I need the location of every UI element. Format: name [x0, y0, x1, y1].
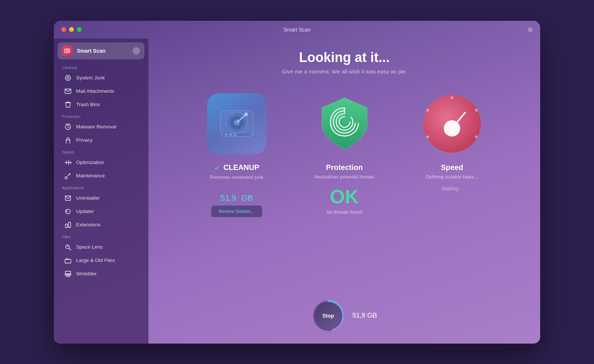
cleanup-card-icon: [207, 93, 267, 154]
optimization-icon: [64, 159, 72, 166]
speed-title-row: Speed: [441, 163, 463, 172]
svg-rect-20: [68, 222, 71, 227]
sidebar-item-smart-scan[interactable]: Smart Scan: [58, 42, 144, 59]
sidebar-item-malware-removal[interactable]: Malware Removal: [56, 120, 146, 134]
sidebar-item-space-lens[interactable]: Space Lens: [56, 240, 146, 254]
stop-button[interactable]: Stop: [315, 302, 342, 329]
section-label-applications: Applications: [54, 183, 148, 191]
svg-point-1: [66, 50, 68, 52]
space-lens-label: Space Lens: [76, 244, 102, 250]
privacy-label: Privacy: [76, 137, 92, 143]
section-label-speed: Speed: [54, 147, 148, 156]
smart-scan-label: Smart Scan: [77, 48, 128, 54]
sidebar-item-uninstaller[interactable]: Uninstaller: [56, 191, 146, 205]
cleanup-card-value: 51,9 GB: [221, 186, 253, 204]
speed-card-icon: [421, 93, 483, 154]
privacy-icon: [64, 137, 72, 144]
cleanup-card-title: CLEANUP: [223, 163, 260, 172]
speed-card-desc: Defining suitable tasks...: [426, 174, 478, 180]
main-subtitle: Give me a moment. We all wish it was eas…: [282, 68, 407, 75]
protection-card: Protection Neutralizes potential threats…: [296, 93, 393, 221]
sidebar-item-extensions[interactable]: Extensions: [56, 218, 146, 232]
svg-rect-23: [65, 259, 71, 263]
titlebar-dot: [528, 27, 533, 32]
updater-icon: [64, 208, 72, 215]
svg-point-35: [244, 112, 248, 116]
content-area: Smart Scan Cleanup System Junk: [54, 39, 540, 344]
sidebar-item-shredder[interactable]: Shredder: [56, 267, 146, 281]
speed-card-title: Speed: [441, 163, 463, 172]
svg-rect-24: [65, 271, 71, 274]
mail-attachments-label: Mail Attachments: [76, 88, 114, 94]
close-button[interactable]: [61, 27, 66, 32]
large-files-icon: [64, 257, 72, 264]
speed-card: Speed Defining suitable tasks... Waiting…: [404, 93, 500, 191]
sidebar: Smart Scan Cleanup System Junk: [54, 39, 148, 344]
protection-card-title: Protection: [326, 163, 363, 172]
cleanup-check-icon: ✓: [214, 163, 221, 172]
sidebar-item-updater[interactable]: Updater: [56, 205, 146, 218]
speed-waiting: Waiting...: [441, 186, 463, 191]
svg-line-22: [69, 248, 71, 250]
svg-rect-19: [65, 224, 68, 227]
minimize-button[interactable]: [69, 27, 74, 32]
window-controls: [61, 27, 82, 32]
malware-icon: [64, 123, 72, 131]
maintenance-label: Maintenance: [76, 173, 105, 178]
svg-rect-38: [229, 134, 232, 136]
uninstaller-label: Uninstaller: [76, 195, 100, 201]
large-old-files-label: Large & Old Files: [76, 258, 115, 263]
svg-point-3: [65, 75, 71, 81]
svg-point-43: [475, 109, 478, 112]
sidebar-item-privacy[interactable]: Privacy: [56, 134, 146, 147]
svg-rect-37: [225, 134, 228, 136]
trash-bins-label: Trash Bins: [76, 102, 100, 107]
smart-scan-badge: [133, 47, 140, 55]
stop-area: Stop 51,9 GB: [311, 299, 377, 332]
cleanup-card: ✓ CLEANUP Removes unneeded junk 51,9 GB …: [189, 93, 285, 217]
smart-scan-icon: [62, 46, 72, 56]
protection-card-desc: Neutralizes potential threats: [314, 174, 374, 180]
svg-point-16: [65, 177, 67, 179]
section-label-protection: Protection: [54, 111, 148, 120]
svg-point-46: [426, 135, 429, 138]
space-lens-icon: [64, 243, 72, 251]
review-details-button[interactable]: Review Details...: [211, 205, 262, 217]
svg-point-45: [426, 109, 429, 112]
updater-label: Updater: [76, 209, 94, 214]
extensions-icon: [64, 221, 72, 229]
maximize-button[interactable]: [77, 27, 82, 32]
trash-icon: [64, 101, 72, 108]
sidebar-item-large-old-files[interactable]: Large & Old Files: [56, 254, 146, 267]
section-label-files: Files: [54, 232, 148, 240]
titlebar: Smart Scan: [54, 21, 540, 39]
system-junk-label: System Junk: [76, 75, 105, 81]
protection-subtext: No threats found: [326, 209, 362, 215]
main-title: Looking at it...: [299, 50, 390, 65]
cards-row: ✓ CLEANUP Removes unneeded junk 51,9 GB …: [189, 93, 500, 221]
section-label-cleanup: Cleanup: [54, 62, 148, 71]
system-junk-icon: [64, 74, 72, 82]
stop-progress-circle: Stop: [311, 299, 345, 332]
maintenance-icon: [64, 172, 72, 180]
cleanup-card-desc: Removes unneeded junk: [210, 174, 264, 180]
sidebar-item-mail-attachments[interactable]: Mail Attachments: [56, 85, 146, 98]
svg-point-44: [475, 135, 478, 138]
main-window: Smart Scan Smart Scan Cleanup: [54, 21, 540, 344]
shredder-icon: [64, 270, 72, 278]
main-content: Looking at it... Give me a moment. We al…: [148, 39, 540, 344]
optimization-label: Optimization: [76, 160, 104, 165]
sidebar-item-trash-bins[interactable]: Trash Bins: [56, 98, 146, 111]
uninstaller-icon: [64, 194, 72, 202]
window-title: Smart Scan: [283, 27, 310, 33]
extensions-label: Extensions: [76, 222, 101, 227]
cleanup-title-row: ✓ CLEANUP: [214, 163, 260, 172]
stop-size-label: 51,9 GB: [352, 312, 377, 319]
sidebar-item-system-junk[interactable]: System Junk: [56, 71, 146, 85]
protection-title-row: Protection: [326, 163, 363, 172]
shredder-label: Shredder: [76, 271, 97, 276]
sidebar-item-maintenance[interactable]: Maintenance: [56, 169, 146, 183]
sidebar-item-optimization[interactable]: Optimization: [56, 156, 146, 169]
protection-card-icon: [314, 93, 375, 154]
svg-rect-29: [65, 274, 71, 275]
